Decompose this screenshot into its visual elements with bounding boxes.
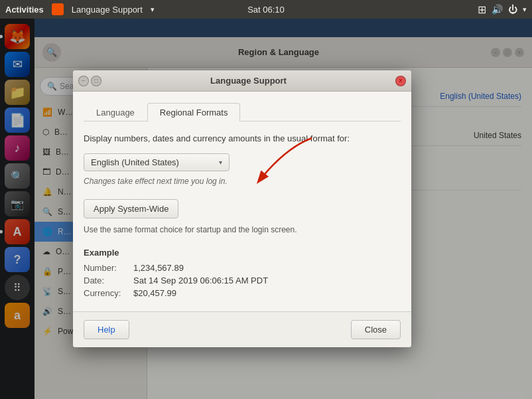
network-icon[interactable]: ⊞ bbox=[478, 3, 486, 16]
format-dropdown-row: English (United States) ▾ bbox=[84, 153, 401, 171]
app-name-label[interactable]: Language Support bbox=[72, 5, 143, 15]
dialog-title: Language Support bbox=[101, 76, 395, 86]
topbar-center: Sat 06:10 bbox=[247, 5, 285, 15]
dialog-description: Display numbers, dates and currency amou… bbox=[84, 132, 401, 145]
dialog-right-controls: × bbox=[395, 76, 406, 86]
system-menu-arrow[interactable]: ▾ bbox=[523, 5, 527, 14]
tab-language[interactable]: Language bbox=[84, 103, 147, 121]
clock: Sat 06:10 bbox=[247, 5, 285, 15]
example-number-row: Number: 1,234,567.89 bbox=[84, 263, 401, 273]
apply-btn-row: Apply System-Wide bbox=[84, 199, 401, 225]
example-currency-row: Currency: $20,457.99 bbox=[84, 288, 401, 298]
dropdown-arrow-icon: ▾ bbox=[219, 159, 222, 166]
topbar-right: ⊞ 🔊 ⏻ ▾ bbox=[478, 3, 527, 16]
topbar: Activities Language Support ▾ Sat 06:10 … bbox=[0, 0, 532, 19]
example-date-label: Date: bbox=[84, 276, 133, 285]
format-note: Use the same format choice for startup a… bbox=[84, 225, 401, 234]
dialog-maximize-btn[interactable]: □ bbox=[91, 76, 101, 86]
format-dropdown[interactable]: English (United States) ▾ bbox=[84, 153, 230, 171]
dialog-titlebar: − □ Language Support × bbox=[73, 70, 411, 92]
power-icon[interactable]: ⏻ bbox=[508, 4, 517, 15]
dropdown-selected-value: English (United States) bbox=[91, 157, 179, 167]
example-number-label: Number: bbox=[84, 263, 133, 273]
example-date-row: Date: Sat 14 Sep 2019 06:06:15 AM PDT bbox=[84, 276, 401, 285]
example-number-value: 1,234,567.89 bbox=[133, 263, 184, 273]
close-button[interactable]: Close bbox=[351, 320, 401, 339]
activities-label[interactable]: Activities bbox=[5, 5, 44, 15]
example-currency-label: Currency: bbox=[84, 288, 133, 298]
example-currency-value: $20,457.99 bbox=[133, 288, 176, 298]
help-button[interactable]: Help bbox=[84, 320, 129, 339]
topbar-left: Activities Language Support ▾ bbox=[5, 3, 155, 15]
volume-icon[interactable]: 🔊 bbox=[492, 4, 503, 15]
tab-regional-formats[interactable]: Regional Formats bbox=[147, 103, 241, 121]
dialog-body: Language Regional Formats Display number… bbox=[73, 92, 411, 311]
example-date-value: Sat 14 Sep 2019 06:06:15 AM PDT bbox=[133, 276, 268, 285]
dialog-left-controls: − □ bbox=[78, 76, 101, 86]
dialog-close-btn[interactable]: × bbox=[395, 76, 406, 86]
language-support-dialog: − □ Language Support × Language Regional… bbox=[73, 70, 411, 347]
desktop: 🦊 ✉ 📁 📄 ♪ 🔍 📷 A ? ⠿ a bbox=[0, 19, 532, 399]
dialog-footer: Help Close bbox=[73, 311, 411, 347]
app-menu-arrow[interactable]: ▾ bbox=[151, 5, 155, 14]
apply-system-wide-button[interactable]: Apply System-Wide bbox=[84, 199, 178, 218]
example-section: Example Number: 1,234,567.89 Date: Sat 1… bbox=[84, 248, 401, 298]
dialog-minimize-btn[interactable]: − bbox=[78, 76, 89, 86]
app-icon bbox=[52, 3, 64, 15]
example-title: Example bbox=[84, 248, 401, 258]
tab-bar: Language Regional Formats bbox=[84, 102, 401, 121]
changes-note: Changes take effect next time you log in… bbox=[84, 177, 401, 186]
